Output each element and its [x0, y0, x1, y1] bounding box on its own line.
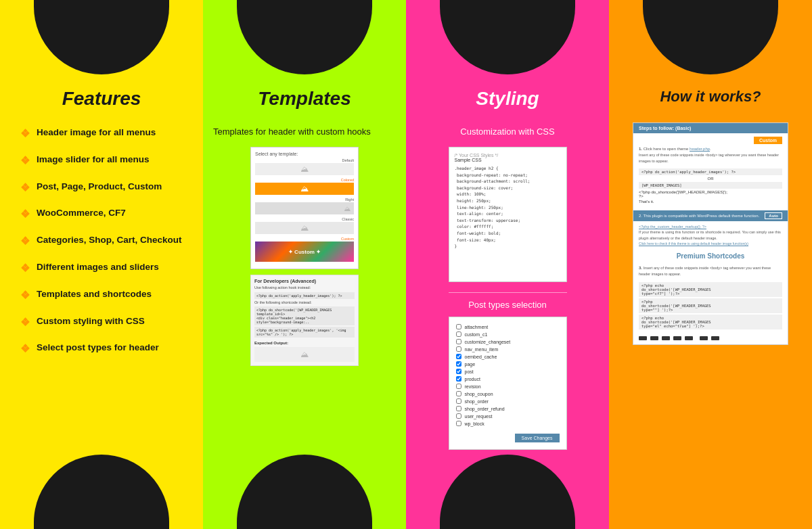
post-types-title: Post types selection — [468, 300, 547, 310]
template-custom: Custom ✦ Custom ✦ — [255, 237, 354, 262]
divider — [449, 292, 567, 293]
list-item: ❖ Categories, Shop, Cart, Checkout — [20, 234, 189, 249]
checkbox-revision: revision — [456, 384, 560, 389]
templates-column: Templates Templates for header with cust… — [203, 0, 406, 529]
list-item: ❖ Header image for all menus — [20, 127, 189, 141]
main-container: Features ❖ Header image for all menus ❖ … — [0, 0, 812, 529]
list-item: ❖ Different images and sliders — [20, 261, 189, 276]
template-classic: Classic ⛰ — [255, 217, 354, 234]
developer-section: For Developers (Advanced) Use following … — [250, 275, 359, 366]
checkbox-order: shop_order — [456, 398, 560, 404]
dot-6 — [700, 336, 708, 340]
dot-5 — [685, 336, 693, 340]
features-title: Features — [62, 88, 141, 110]
list-item: ❖ Image slider for all menus — [20, 154, 189, 168]
premium-title: Premium Shortcodes — [633, 249, 788, 263]
dot-3 — [662, 336, 670, 340]
expected-output-label: Expected Output: — [254, 341, 355, 345]
diamond-icon: ❖ — [20, 342, 30, 356]
checkbox-user-request: user_request — [456, 413, 560, 419]
checkbox-refund: shop_order_refund — [456, 406, 560, 411]
template-right: Right ⛰ — [255, 198, 354, 214]
styling-title: Styling — [476, 88, 539, 110]
howit-steps-box: Steps to follow: (Basic) Custom 1. Click… — [633, 122, 788, 345]
checkbox-page: page — [456, 361, 560, 367]
dots-row — [633, 332, 788, 344]
checkbox-changeset: customize_changeset — [456, 339, 560, 344]
checkbox-oembed: oembed_cache — [456, 354, 560, 359]
list-item: ❖ Custom styling with CSS — [20, 315, 189, 330]
select-template-label: Select any template: — [255, 152, 354, 156]
styling-column: Styling Customization with CSS /* Your C… — [406, 0, 609, 529]
howit-column: How it works? Steps to follow: (Basic) C… — [609, 0, 812, 529]
styling-subtitle: Customization with CSS — [460, 127, 554, 137]
css-preview-box: /* Your CSS Styles */ Sample CSS .header… — [449, 147, 567, 282]
checkbox-nav: nav_menu_item — [456, 346, 560, 352]
diamond-icon: ❖ — [20, 289, 30, 303]
list-item: ❖ WooCommerce, CF7 — [20, 207, 189, 222]
dot-2 — [650, 336, 658, 340]
template-preview-box: Select any template: Default ⛰ Colored ⛰ — [250, 147, 359, 269]
dot-4 — [673, 336, 681, 340]
features-column: Features ❖ Header image for all menus ❖ … — [0, 0, 203, 529]
diamond-icon: ❖ — [20, 235, 30, 249]
dot-1 — [639, 336, 647, 340]
list-item: ❖ Post, Page, Product, Custom — [20, 181, 189, 196]
diamond-icon: ❖ — [20, 181, 30, 196]
diamond-icon: ❖ — [20, 154, 30, 168]
diamond-icon: ❖ — [20, 262, 30, 276]
save-changes-button[interactable]: Save Changes — [515, 434, 560, 442]
post-types-box: attachment custom_c1 customize_changeset… — [449, 317, 567, 450]
dot-7 — [711, 336, 719, 340]
features-list: ❖ Header image for all menus ❖ Image sli… — [14, 127, 189, 369]
howit-title: How it works? — [660, 88, 761, 106]
checkbox-wpblock: wp_block — [456, 421, 560, 426]
checkbox-attachment: attachment — [456, 324, 560, 329]
diamond-icon: ❖ — [20, 208, 30, 222]
diamond-icon: ❖ — [20, 127, 30, 141]
checkbox-coupon: shop_coupon — [456, 391, 560, 396]
dev-title: For Developers (Advanced) — [254, 279, 355, 283]
template-colored: Colored ⛰ — [255, 178, 354, 195]
list-item: ❖ Select post types for header — [20, 342, 189, 356]
templates-title: Templates — [258, 88, 351, 110]
diamond-icon: ❖ — [20, 316, 30, 330]
templates-subtitle: Templates for header with custom hooks — [213, 127, 396, 137]
checkbox-post: post — [456, 369, 560, 374]
checkbox-custom: custom_c1 — [456, 331, 560, 337]
template-default: Default ⛰ — [255, 158, 354, 175]
list-item: ❖ Templates and shortcodes — [20, 288, 189, 303]
checkbox-product: product — [456, 376, 560, 382]
